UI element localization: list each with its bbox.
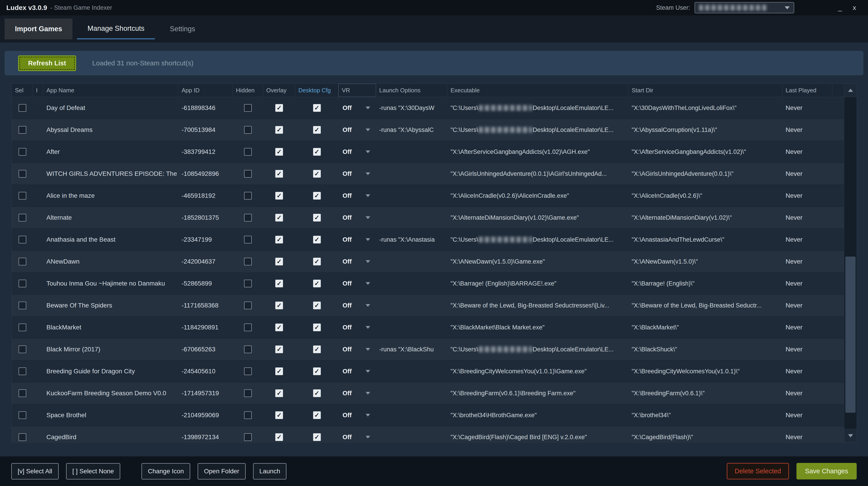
select-checkbox[interactable] xyxy=(19,389,26,397)
select-checkbox[interactable] xyxy=(19,324,26,331)
select-checkbox[interactable] xyxy=(19,104,26,112)
table-row[interactable]: Black Mirror (2017) -670665263 Off -runa… xyxy=(12,338,844,360)
column-header-desktop-cfg[interactable]: Desktop Cfg xyxy=(295,84,338,97)
vr-dropdown[interactable]: Off xyxy=(338,163,376,185)
overlay-checkbox[interactable] xyxy=(275,346,283,353)
save-changes-button[interactable]: Save Changes xyxy=(797,463,857,480)
table-row[interactable]: Abyssal Dreams -700513984 Off -runas "X:… xyxy=(12,119,844,141)
hidden-checkbox[interactable] xyxy=(244,367,252,375)
desktop-cfg-checkbox[interactable] xyxy=(313,148,321,156)
vr-dropdown[interactable]: Off xyxy=(338,97,376,119)
launch-button[interactable]: Launch xyxy=(253,463,287,480)
delete-selected-button[interactable]: Delete Selected xyxy=(727,463,789,480)
change-icon-button[interactable]: Change Icon xyxy=(142,463,190,480)
overlay-checkbox[interactable] xyxy=(275,214,283,222)
select-checkbox[interactable] xyxy=(19,258,26,265)
desktop-cfg-checkbox[interactable] xyxy=(313,346,321,353)
overlay-checkbox[interactable] xyxy=(275,301,283,309)
overlay-checkbox[interactable] xyxy=(275,148,283,156)
select-checkbox[interactable] xyxy=(19,126,26,134)
minimize-button[interactable]: _ xyxy=(833,4,847,11)
desktop-cfg-checkbox[interactable] xyxy=(313,258,321,265)
column-header-app-name[interactable]: App Name xyxy=(43,84,178,97)
column-header-sel[interactable]: Sel xyxy=(12,84,33,97)
column-header-executable[interactable]: Executable xyxy=(447,84,628,97)
select-checkbox[interactable] xyxy=(19,346,26,353)
select-checkbox[interactable] xyxy=(19,192,26,200)
select-checkbox[interactable] xyxy=(19,214,26,222)
select-checkbox[interactable] xyxy=(19,170,26,177)
overlay-checkbox[interactable] xyxy=(275,104,283,112)
vr-dropdown[interactable]: Off xyxy=(338,317,376,338)
select-checkbox[interactable] xyxy=(19,367,26,375)
hidden-checkbox[interactable] xyxy=(244,170,252,177)
vr-dropdown[interactable]: Off xyxy=(338,229,376,251)
table-row[interactable]: WITCH GIRLS ADVENTURES EPISODE: The -108… xyxy=(12,163,844,185)
table-row[interactable]: Beware Of The Spiders -1171658368 Off "X… xyxy=(12,295,844,317)
vr-dropdown[interactable]: Off xyxy=(338,185,376,206)
overlay-checkbox[interactable] xyxy=(275,389,283,397)
vr-dropdown[interactable]: Off xyxy=(338,119,376,141)
vr-dropdown[interactable]: Off xyxy=(338,360,376,382)
tab-manage-shortcuts[interactable]: Manage Shortcuts xyxy=(77,19,155,39)
hidden-checkbox[interactable] xyxy=(244,411,252,419)
select-checkbox[interactable] xyxy=(19,301,26,309)
overlay-checkbox[interactable] xyxy=(275,126,283,134)
hidden-checkbox[interactable] xyxy=(244,214,252,222)
select-checkbox[interactable] xyxy=(19,280,26,287)
overlay-checkbox[interactable] xyxy=(275,236,283,244)
select-checkbox[interactable] xyxy=(19,236,26,244)
hidden-checkbox[interactable] xyxy=(244,236,252,244)
desktop-cfg-checkbox[interactable] xyxy=(313,170,321,177)
scroll-up-button[interactable] xyxy=(844,84,857,97)
hidden-checkbox[interactable] xyxy=(244,104,252,112)
table-row[interactable]: Alternate -1852801375 Off "X:\AlternateD… xyxy=(12,207,844,229)
desktop-cfg-checkbox[interactable] xyxy=(313,236,321,244)
select-all-button[interactable]: [v] Select All xyxy=(11,463,59,480)
table-row[interactable]: Anathasia and the Beast -23347199 Off -r… xyxy=(12,229,844,251)
table-row[interactable]: ANewDawn -242004637 Off "X:\ANewDawn(v1.… xyxy=(12,251,844,273)
table-row[interactable]: Touhou Inma Gou ~Hajimete no Danmaku -52… xyxy=(12,273,844,295)
overlay-checkbox[interactable] xyxy=(275,258,283,265)
hidden-checkbox[interactable] xyxy=(244,433,252,441)
vr-dropdown[interactable]: Off xyxy=(338,295,376,316)
column-header-app-id[interactable]: App ID xyxy=(178,84,233,97)
desktop-cfg-checkbox[interactable] xyxy=(313,411,321,419)
column-header-start-dir[interactable]: Start Dir xyxy=(628,84,782,97)
desktop-cfg-checkbox[interactable] xyxy=(313,433,321,441)
hidden-checkbox[interactable] xyxy=(244,389,252,397)
hidden-checkbox[interactable] xyxy=(244,324,252,331)
table-row[interactable]: BlackMarket -1184290891 Off "X:\BlackMar… xyxy=(12,317,844,338)
table-row[interactable]: After -383799412 Off "X:\AfterServiceGan… xyxy=(12,141,844,163)
scrollbar-thumb[interactable] xyxy=(845,257,856,413)
overlay-checkbox[interactable] xyxy=(275,192,283,200)
vr-dropdown[interactable]: Off xyxy=(338,251,376,272)
vr-dropdown[interactable]: Off xyxy=(338,382,376,404)
hidden-checkbox[interactable] xyxy=(244,258,252,265)
desktop-cfg-checkbox[interactable] xyxy=(313,367,321,375)
vr-dropdown[interactable]: Off xyxy=(338,207,376,229)
vr-dropdown[interactable]: Off xyxy=(338,404,376,426)
column-header-overlay[interactable]: Overlay xyxy=(263,84,295,97)
table-row[interactable]: CagedBird -1398972134 Off "X:\CagedBird(… xyxy=(12,426,844,443)
desktop-cfg-checkbox[interactable] xyxy=(313,214,321,222)
hidden-checkbox[interactable] xyxy=(244,192,252,200)
steam-user-dropdown[interactable] xyxy=(694,2,794,13)
select-checkbox[interactable] xyxy=(19,148,26,156)
overlay-checkbox[interactable] xyxy=(275,411,283,419)
column-header-launch-options[interactable]: Launch Options xyxy=(376,84,447,97)
column-header-hidden[interactable]: Hidden xyxy=(233,84,263,97)
overlay-checkbox[interactable] xyxy=(275,324,283,331)
desktop-cfg-checkbox[interactable] xyxy=(313,126,321,134)
overlay-checkbox[interactable] xyxy=(275,433,283,441)
hidden-checkbox[interactable] xyxy=(244,301,252,309)
vertical-scrollbar[interactable] xyxy=(844,84,857,442)
hidden-checkbox[interactable] xyxy=(244,148,252,156)
select-none-button[interactable]: [ ] Select None xyxy=(66,463,120,480)
desktop-cfg-checkbox[interactable] xyxy=(313,324,321,331)
table-row[interactable]: Space Brothel -2104959069 Off "X:\brothe… xyxy=(12,404,844,426)
tab-settings[interactable]: Settings xyxy=(159,19,206,39)
column-header-vr[interactable]: VR xyxy=(338,84,376,97)
refresh-list-button[interactable]: Refresh List xyxy=(18,56,76,71)
select-checkbox[interactable] xyxy=(19,433,26,441)
